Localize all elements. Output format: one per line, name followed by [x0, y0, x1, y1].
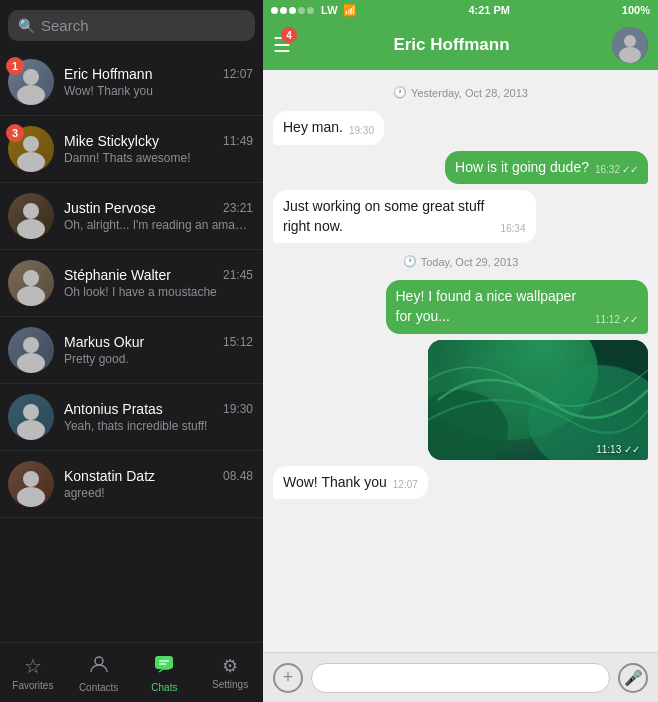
chat-info: Justin Pervose 23:21 Oh, alright... I'm …	[64, 200, 253, 232]
chat-item[interactable]: 3 Mike Stickylcky 11:49 Damn! Thats awes…	[0, 116, 263, 183]
header-avatar[interactable]	[612, 27, 648, 63]
chat-name: Justin Pervose	[64, 200, 156, 216]
chat-item[interactable]: Stéphanie Walter 21:45 Oh look! I have a…	[0, 250, 263, 317]
date-text: Yesterday, Oct 28, 2013	[411, 87, 528, 99]
chat-preview: Oh look! I have a moustache	[64, 285, 253, 299]
tab-label: Contacts	[79, 682, 118, 693]
avatar-wrap	[8, 461, 54, 507]
messages-area: 🕐Yesterday, Oct 28, 2013 Hey man. 19:30 …	[263, 70, 658, 652]
chat-item[interactable]: Justin Pervose 23:21 Oh, alright... I'm …	[0, 183, 263, 250]
date-text: Today, Oct 29, 2013	[421, 256, 519, 268]
tab-settings[interactable]: ⚙ Settings	[197, 643, 263, 702]
avatar-wrap	[8, 193, 54, 239]
signal-dot-5	[307, 7, 314, 14]
avatar	[8, 327, 54, 373]
add-button[interactable]: +	[273, 663, 303, 693]
tab-contacts[interactable]: Contacts	[66, 643, 132, 702]
message-row-incoming: Hey man. 19:30	[273, 111, 648, 145]
svg-point-14	[17, 353, 45, 373]
message-time: 11:12	[595, 313, 620, 327]
tick-marks: ✓✓	[622, 313, 638, 327]
avatar-image	[612, 27, 648, 63]
message-time: 16:34	[500, 222, 525, 236]
svg-point-21	[95, 657, 103, 665]
chat-time: 11:49	[223, 134, 253, 148]
chat-item[interactable]: 1 Eric Hoffmann 12:07 Wow! Thank you	[0, 49, 263, 116]
chat-name-row: Stéphanie Walter 21:45	[64, 267, 253, 283]
search-input[interactable]	[41, 17, 245, 34]
svg-point-7	[23, 203, 39, 219]
chat-preview: Oh, alright... I'm reading an amazing ar…	[64, 218, 253, 232]
chat-name-row: Konstatin Datz 08.48	[64, 468, 253, 484]
chat-info: Konstatin Datz 08.48 agreed!	[64, 468, 253, 500]
avatar-wrap	[8, 327, 54, 373]
carrier-label: LW	[321, 4, 338, 16]
chat-item[interactable]: Markus Okur 15:12 Pretty good.	[0, 317, 263, 384]
svg-point-13	[23, 337, 39, 353]
message-text: Hey! I found a nice wallpaper for you...	[396, 287, 589, 326]
chat-info: Antonius Pratas 19:30 Yeah, thats incred…	[64, 401, 253, 433]
avatar-svg	[8, 260, 54, 306]
avatar-wrap	[8, 260, 54, 306]
tick-marks: ✓✓	[622, 163, 638, 177]
chat-time: 08.48	[223, 469, 253, 483]
chat-name: Mike Stickylcky	[64, 133, 159, 149]
chat-time: 19:30	[223, 402, 253, 416]
mic-button[interactable]: 🎤	[618, 663, 648, 693]
svg-point-10	[23, 270, 39, 286]
chat-time: 12:07	[223, 67, 253, 81]
svg-point-2	[17, 85, 45, 105]
message-row-incoming: Wow! Thank you 12:07	[273, 466, 648, 500]
chat-preview: Pretty good.	[64, 352, 253, 366]
tab-bar: ☆ Favorites Contacts Chats ⚙ Settings	[0, 642, 263, 702]
avatar-svg	[8, 193, 54, 239]
tab-favorites[interactable]: ☆ Favorites	[0, 643, 66, 702]
svg-point-1	[23, 69, 39, 85]
avatar	[8, 260, 54, 306]
message-input[interactable]	[311, 663, 610, 693]
message-time: 19:30	[349, 124, 374, 138]
settings-icon: ⚙	[222, 655, 238, 677]
bubble-content: Wow! Thank you 12:07	[283, 473, 418, 493]
tab-label: Favorites	[12, 680, 53, 691]
svg-point-4	[23, 136, 39, 152]
message-text: Hey man.	[283, 118, 343, 138]
chat-name: Eric Hoffmann	[64, 66, 152, 82]
message-row-image: 11:13 ✓✓	[273, 340, 648, 460]
menu-button[interactable]: ☰ 4	[273, 33, 291, 57]
message-row-outgoing: How is it going dude? 16:32 ✓✓	[273, 151, 648, 185]
svg-point-5	[17, 152, 45, 172]
chat-name-row: Markus Okur 15:12	[64, 334, 253, 350]
bubble-content: Hey! I found a nice wallpaper for you...…	[396, 287, 639, 326]
svg-point-20	[17, 487, 45, 507]
svg-point-16	[23, 404, 39, 420]
tab-chats[interactable]: Chats	[132, 643, 198, 702]
chat-name: Antonius Pratas	[64, 401, 163, 417]
unread-badge: 1	[6, 57, 24, 75]
message-time: 12:07	[393, 478, 418, 492]
message-time: 16:32	[595, 163, 620, 177]
avatar-wrap	[8, 394, 54, 440]
message-bubble: How is it going dude? 16:32 ✓✓	[445, 151, 648, 185]
bubble-content: Just working on some great stuff right n…	[283, 197, 526, 236]
chat-name: Markus Okur	[64, 334, 144, 350]
chat-name: Stéphanie Walter	[64, 267, 171, 283]
message-text: Just working on some great stuff right n…	[283, 197, 494, 236]
bubble-content: Hey man. 19:30	[283, 118, 374, 138]
chat-name-row: Eric Hoffmann 12:07	[64, 66, 253, 82]
unread-badge: 3	[6, 124, 24, 142]
svg-rect-22	[155, 656, 173, 669]
chat-preview: Yeah, thats incredible stuff!	[64, 419, 253, 433]
message-bubble: Wow! Thank you 12:07	[273, 466, 428, 500]
avatar-wrap: 1	[8, 59, 54, 105]
bubble-content: How is it going dude? 16:32 ✓✓	[455, 158, 638, 178]
avatar	[8, 394, 54, 440]
message-text: How is it going dude?	[455, 158, 589, 178]
chat-item[interactable]: Konstatin Datz 08.48 agreed!	[0, 451, 263, 518]
star-icon: ☆	[24, 654, 42, 678]
chat-name-row: Antonius Pratas 19:30	[64, 401, 253, 417]
avatar-svg	[8, 394, 54, 440]
svg-point-17	[17, 420, 45, 440]
chat-item[interactable]: Antonius Pratas 19:30 Yeah, thats incred…	[0, 384, 263, 451]
left-panel: 🔍 1 Eric Hoffmann 12:07 Wow! Thank you	[0, 0, 263, 702]
